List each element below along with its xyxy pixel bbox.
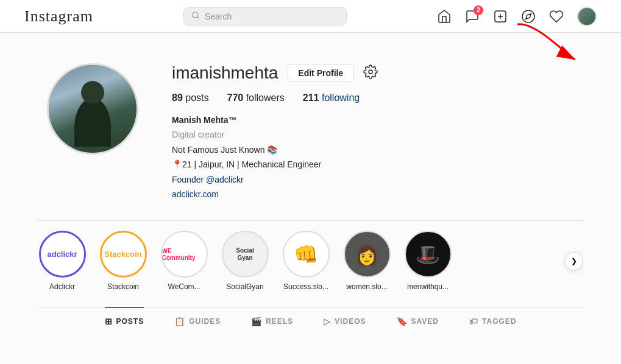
videos-tab-label: VIDEOS	[335, 317, 366, 326]
tab-tagged[interactable]: 🏷 TAGGED	[469, 307, 516, 335]
navbar: Instagram 2	[0, 0, 621, 33]
tabs-section: ⊞ POSTS 📋 GUIDES 🎬 REELS ▷ VIDEOS 🔖 SAVE…	[38, 307, 583, 335]
profile-name-row: imanishmehta Edit Profile	[172, 63, 583, 83]
posts-tab-icon: ⊞	[105, 317, 113, 326]
tagged-tab-icon: 🏷	[469, 317, 478, 326]
svg-point-8	[369, 70, 372, 74]
messages-badge: 2	[474, 5, 483, 15]
saved-tab-icon: 🔖	[397, 317, 408, 326]
highlight-circle-stackcoin: Stackcoin	[100, 231, 147, 278]
tab-videos[interactable]: ▷ VIDEOS	[324, 307, 366, 335]
bio-founder[interactable]: Founder @adclickr	[172, 173, 583, 186]
tab-posts[interactable]: ⊞ POSTS	[105, 307, 144, 335]
stat-posts[interactable]: 89 posts	[172, 93, 209, 103]
saved-tab-label: SAVED	[411, 317, 439, 326]
create-button[interactable]	[493, 9, 508, 24]
bio-category: Digital creator	[172, 128, 583, 141]
highlights-section: adclickr Adclickr Stackcoin Stackcoin WE…	[38, 220, 583, 301]
highlight-stackcoin[interactable]: Stackcoin Stackcoin	[99, 231, 147, 291]
profile-info: imanishmehta Edit Profile 89 posts 770 f…	[172, 63, 583, 202]
highlight-adclickr[interactable]: adclickr Adclickr	[38, 231, 87, 291]
svg-line-2	[197, 16, 199, 18]
svg-point-6	[522, 10, 534, 23]
highlight-circle-success: 👊	[283, 231, 330, 278]
nav-icons: 2	[437, 7, 597, 26]
highlight-menwith[interactable]: 🎩 menwithqu...	[403, 231, 452, 291]
search-input[interactable]	[205, 12, 327, 21]
settings-icon[interactable]	[363, 65, 378, 82]
svg-marker-7	[526, 13, 531, 18]
guides-tab-icon: 📋	[174, 317, 185, 326]
profile-username: imanishmehta	[172, 63, 278, 83]
highlight-label-adclickr: Adclickr	[49, 282, 75, 291]
tagged-tab-label: TAGGED	[482, 317, 516, 326]
videos-tab-icon: ▷	[324, 317, 331, 326]
profile-stats: 89 posts 770 followers 211 following	[172, 93, 583, 103]
notifications-button[interactable]	[549, 9, 564, 24]
highlight-success[interactable]: 👊 Success.slo...	[282, 231, 330, 291]
main-content: imanishmehta Edit Profile 89 posts 770 f…	[26, 33, 595, 335]
highlight-label-success: Success.slo...	[283, 282, 328, 291]
profile-bio: Manish Mehta™ Digital creator Not Famous…	[172, 113, 583, 201]
tab-reels[interactable]: 🎬 REELS	[251, 307, 293, 335]
highlight-circle-menwith: 🎩	[405, 231, 452, 278]
search-bar[interactable]	[183, 7, 347, 26]
home-button[interactable]	[437, 9, 452, 24]
highlight-label-socialgyan: SocialGyan	[226, 282, 263, 291]
instagram-logo: Instagram	[24, 7, 93, 26]
highlight-socialgyan[interactable]: SocialGyan SocialGyan	[221, 231, 269, 291]
following-count: 211	[303, 93, 319, 103]
highlight-circle-adclickr: adclickr	[39, 231, 86, 278]
edit-profile-button[interactable]: Edit Profile	[288, 64, 353, 82]
bio-name: Manish Mehta™	[172, 113, 583, 127]
profile-avatar	[47, 63, 138, 155]
highlight-women[interactable]: 👩 women.slo...	[342, 231, 391, 291]
highlights-next-button[interactable]: ❯	[565, 252, 583, 270]
stat-following[interactable]: 211 following	[303, 93, 360, 103]
tab-guides[interactable]: 📋 GUIDES	[174, 307, 221, 335]
guides-tab-label: GUIDES	[189, 317, 221, 326]
bio-location: 📍21 | Jaipur, IN | Mechanical Engineer	[172, 158, 583, 171]
highlight-label-menwith: menwithqu...	[407, 282, 449, 291]
highlight-label-women: women.slo...	[346, 282, 387, 291]
nav-avatar	[577, 7, 597, 26]
reels-tab-icon: 🎬	[251, 317, 262, 326]
svg-point-1	[193, 12, 198, 17]
messages-button[interactable]: 2	[465, 9, 480, 24]
bio-website[interactable]: adclickr.com	[172, 187, 583, 201]
bio-tagline: Not Famous Just Known 📚	[172, 143, 583, 156]
profile-avatar-area	[38, 63, 147, 155]
highlight-circle-socialgyan: SocialGyan	[222, 231, 269, 278]
highlight-wecommu[interactable]: WE Community WeCom...	[160, 231, 208, 291]
posts-count: 89	[172, 93, 183, 103]
profile-avatar-image	[49, 65, 137, 153]
search-icon	[191, 11, 200, 22]
explore-button[interactable]	[521, 9, 536, 24]
highlight-circle-wecommu: WE Community	[161, 231, 208, 278]
followers-count: 770	[227, 93, 244, 103]
profile-avatar-button[interactable]	[577, 7, 597, 26]
profile-header: imanishmehta Edit Profile 89 posts 770 f…	[38, 51, 583, 220]
highlight-label-wecommu: WeCom...	[168, 282, 200, 291]
highlight-circle-women: 👩	[344, 231, 391, 278]
reels-tab-label: REELS	[266, 317, 293, 326]
posts-tab-label: POSTS	[116, 317, 144, 326]
highlight-label-stackcoin: Stackcoin	[107, 282, 139, 291]
tab-saved[interactable]: 🔖 SAVED	[397, 307, 439, 335]
stat-followers[interactable]: 770 followers	[227, 93, 285, 103]
